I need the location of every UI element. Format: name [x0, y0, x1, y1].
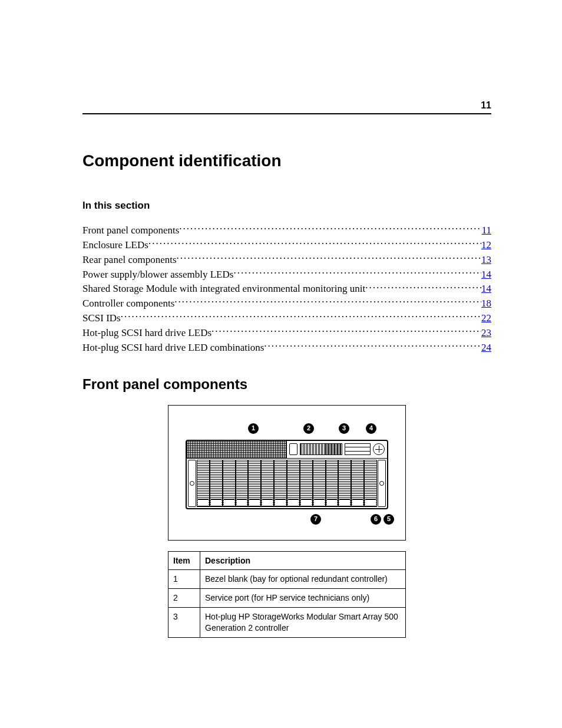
- toc-page-link[interactable]: 13: [481, 253, 491, 267]
- callout-marker: 1: [248, 423, 259, 434]
- drive-bay-icon: [274, 460, 287, 507]
- chassis-top-row: [187, 441, 387, 459]
- toc-label: Hot-plug SCSI hard drive LEDs: [82, 327, 211, 340]
- drive-bay-icon: [313, 460, 326, 507]
- section-label: In this section: [82, 199, 491, 213]
- callout-marker: 7: [310, 514, 321, 525]
- drive-bay-icon: [338, 460, 351, 507]
- drive-bay-icon: [300, 460, 313, 507]
- drive-bay-icon: [236, 460, 249, 507]
- toc-row: Rear panel components13: [82, 253, 491, 267]
- callout-marker: 5: [384, 514, 394, 525]
- drive-bay-icon: [261, 460, 274, 507]
- drive-bays: [187, 459, 387, 508]
- page-number: 11: [481, 99, 491, 112]
- toc-row: Hot-plug SCSI hard drive LEDs23: [82, 326, 491, 340]
- drive-bay-icon: [210, 460, 223, 507]
- toc-leader-dots: [177, 253, 481, 263]
- toc-page-link[interactable]: 14: [481, 268, 491, 282]
- toc-row: Hot-plug SCSI hard drive LED combination…: [82, 341, 491, 355]
- controller-bay: [287, 441, 387, 458]
- toc-page-link[interactable]: 24: [481, 341, 491, 355]
- table-header-description: Description: [200, 551, 406, 570]
- toc-page-link[interactable]: 11: [482, 224, 491, 238]
- table-of-contents: Front panel components11Enclosure LEDs12…: [82, 223, 491, 355]
- toc-row: Controller components18: [82, 297, 491, 311]
- toc-label: Shared Storage Module with integrated en…: [82, 282, 365, 296]
- header-rule: [82, 113, 491, 114]
- controller-icon: [300, 443, 342, 455]
- toc-leader-dots: [264, 341, 481, 351]
- toc-label: SCSI IDs: [82, 312, 121, 325]
- toc-page-link[interactable]: 23: [481, 327, 491, 340]
- rack-ear-right-icon: [378, 460, 386, 507]
- drive-bay-icon: [326, 460, 339, 507]
- toc-label: Rear panel components: [82, 253, 177, 267]
- toc-page-link[interactable]: 14: [481, 282, 491, 296]
- table-cell-description: Hot-plug HP StorageWorks Modular Smart A…: [200, 608, 406, 638]
- toc-label: Enclosure LEDs: [82, 239, 148, 252]
- knob-icon: [373, 443, 385, 455]
- component-table: Item Description 1Bezel blank (bay for o…: [168, 551, 406, 638]
- toc-label: Hot-plug SCSI hard drive LED combination…: [82, 341, 264, 355]
- callout-marker: 2: [303, 423, 314, 434]
- drive-bay-icon: [287, 460, 300, 507]
- table-row: 2Service port (for HP service technician…: [168, 589, 406, 608]
- toc-row: Enclosure LEDs12: [82, 238, 491, 252]
- toc-label: Front panel components: [82, 224, 179, 238]
- drive-bay-icon: [248, 460, 261, 507]
- section-heading-front-panel: Front panel components: [82, 375, 491, 394]
- page-title: Component identification: [82, 150, 491, 172]
- toc-page-link[interactable]: 22: [481, 312, 491, 325]
- toc-leader-dots: [211, 326, 481, 336]
- callouts-top: 1234: [186, 422, 388, 436]
- front-panel-figure: 1234 765: [168, 405, 406, 541]
- toc-leader-dots: [179, 223, 481, 233]
- drive-bay-icon: [223, 460, 236, 507]
- toc-row: Power supply/blower assembly LEDs14: [82, 268, 491, 282]
- chassis-diagram: [186, 440, 388, 509]
- toc-leader-dots: [121, 311, 481, 321]
- toc-label: Controller components: [82, 297, 174, 311]
- toc-leader-dots: [365, 282, 481, 292]
- table-row: 3Hot-plug HP StorageWorks Modular Smart …: [168, 608, 406, 638]
- table-cell-item: 2: [168, 589, 200, 608]
- table-header-item: Item: [168, 551, 200, 570]
- rack-ear-left-icon: [188, 460, 196, 507]
- service-port-icon: [289, 443, 297, 455]
- toc-page-link[interactable]: 12: [481, 239, 491, 252]
- callouts-bottom: 765: [186, 513, 388, 527]
- toc-row: SCSI IDs22: [82, 311, 491, 325]
- bezel-blank-icon: [187, 441, 287, 458]
- toc-page-link[interactable]: 18: [481, 297, 491, 311]
- toc-leader-dots: [174, 297, 481, 307]
- callout-marker: 3: [339, 423, 349, 434]
- toc-leader-dots: [233, 268, 481, 278]
- toc-label: Power supply/blower assembly LEDs: [82, 268, 233, 282]
- toc-leader-dots: [148, 238, 481, 248]
- drive-bay-icon: [364, 460, 377, 507]
- drive-bay-icon: [197, 460, 210, 507]
- table-cell-description: Service port (for HP service technicians…: [200, 589, 406, 608]
- callout-marker: 4: [366, 423, 376, 434]
- drive-bay-icon: [351, 460, 364, 507]
- toc-row: Shared Storage Module with integrated en…: [82, 282, 491, 296]
- lcd-icon: [345, 443, 371, 455]
- table-row: 1Bezel blank (bay for optional redundant…: [168, 570, 406, 589]
- table-cell-item: 3: [168, 608, 200, 638]
- toc-row: Front panel components11: [82, 223, 491, 238]
- table-cell-description: Bezel blank (bay for optional redundant …: [200, 570, 406, 589]
- callout-marker: 6: [371, 514, 381, 525]
- table-cell-item: 1: [168, 570, 200, 589]
